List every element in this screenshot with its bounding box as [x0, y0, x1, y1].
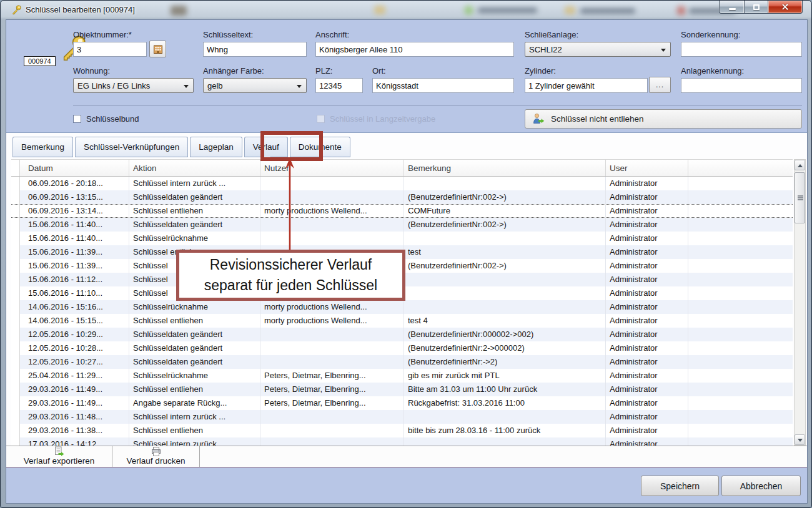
- table-row[interactable]: 14.06.2016 - 15:15...Schlüssel entliehen…: [11, 314, 793, 328]
- row-indicator: [11, 396, 20, 410]
- table-row[interactable]: 29.03.2016 - 11:48...Schlüssel intern zu…: [11, 410, 793, 424]
- cell-filler: [688, 273, 793, 286]
- plz-input[interactable]: [315, 78, 363, 93]
- cell-user: Administrator: [606, 218, 688, 232]
- row-indicator: [11, 341, 20, 355]
- anschrift-input[interactable]: [315, 42, 514, 57]
- window-controls: [719, 1, 803, 14]
- table-row[interactable]: 15.06.2016 - 11:40...SchlüsselrücknahmeA…: [11, 232, 793, 245]
- table-row[interactable]: 15.06.2016 - 11:40...Schlüsseldaten geän…: [11, 218, 793, 232]
- cell-bemerkung: [404, 300, 606, 314]
- save-button[interactable]: Speichern: [641, 476, 719, 496]
- lend-status-button[interactable]: Schlüssel nicht entliehen: [525, 109, 802, 129]
- tab-verlauf[interactable]: Verlauf: [244, 137, 288, 157]
- column-header-datum[interactable]: Datum: [20, 160, 129, 176]
- column-header-user[interactable]: User: [606, 160, 688, 176]
- cell-aktion: Schlüsseldaten geändert: [129, 190, 260, 204]
- table-row[interactable]: 14.06.2016 - 15:16...Schlüsselrücknahmem…: [11, 300, 793, 314]
- cell-datum: 12.05.2016 - 10:27...: [20, 355, 129, 369]
- annotation-line-1: Revisionssicherer Verlauf: [210, 255, 372, 275]
- cell-filler: [688, 410, 793, 424]
- cell-filler: [688, 259, 793, 273]
- cell-bemerkung: [404, 177, 606, 190]
- ellipsis-icon: ...: [656, 81, 664, 89]
- sonderkennung-input[interactable]: [681, 42, 802, 57]
- scroll-up-button[interactable]: [795, 160, 805, 170]
- table-row[interactable]: 06.09.2016 - 13:15...Schlüsseldaten geän…: [11, 190, 793, 204]
- column-header-nutzer[interactable]: Nutzer: [260, 160, 404, 176]
- table-row[interactable]: 17.03.2016 - 14:12...Schlüssel intern zu…: [11, 437, 793, 446]
- schluesselbund-label: Schlüsselbund: [86, 114, 139, 124]
- wohnung-dropdown[interactable]: EG Links / EG Links: [73, 78, 194, 93]
- cell-nutzer: Peters, Dietmar, Elbenring...: [260, 396, 404, 410]
- cell-nutzer: [260, 410, 404, 424]
- tab-lageplan[interactable]: Lageplan: [190, 137, 242, 157]
- tab-bemerkung[interactable]: Bemerkung: [12, 137, 73, 157]
- column-header-bemerkung[interactable]: Bemerkung: [404, 160, 606, 176]
- cell-datum: 12.05.2016 - 10:29...: [20, 328, 129, 341]
- table-row[interactable]: 06.09.2016 - 20:18...Schlüssel intern zu…: [11, 177, 793, 190]
- anhaenger-farbe-dropdown[interactable]: gelb: [203, 78, 307, 93]
- print-history-button[interactable]: Verlauf drucken: [112, 446, 200, 467]
- checkbox-icon: [73, 115, 81, 123]
- cell-nutzer: [260, 424, 404, 437]
- cell-bemerkung: [404, 286, 606, 300]
- window-key-icon: [11, 4, 22, 15]
- close-button[interactable]: [768, 1, 803, 14]
- cancel-button[interactable]: Abbrechen: [721, 476, 801, 496]
- vertical-scrollbar[interactable]: [794, 159, 806, 446]
- cell-user: Administrator: [606, 369, 688, 383]
- table-row[interactable]: 12.05.2016 - 10:29...Schlüsseldaten geän…: [11, 328, 793, 341]
- cell-bemerkung: COMFuture: [404, 205, 606, 217]
- tab-label: Verlauf: [253, 142, 279, 152]
- schluesselbund-checkbox[interactable]: Schlüsselbund: [73, 114, 139, 124]
- row-indicator: [11, 218, 20, 232]
- cell-bemerkung: [404, 273, 606, 286]
- cell-user: Administrator: [606, 410, 688, 424]
- sonderkennung-label: Sonderkennung:: [681, 30, 802, 40]
- cell-bemerkung: (BenutzerdefiniertNr:002->): [404, 190, 606, 204]
- table-row[interactable]: 29.03.2016 - 11:49...Angabe separate Rüc…: [11, 396, 793, 410]
- table-row[interactable]: 12.05.2016 - 10:28...Schlüsseldaten geän…: [11, 341, 793, 355]
- scrollbar-thumb[interactable]: [795, 172, 805, 223]
- cell-aktion: Schlüssel intern zurück...: [129, 437, 260, 446]
- tab-dokumente[interactable]: Dokumente: [290, 137, 350, 157]
- cell-datum: 29.03.2016 - 11:49...: [20, 383, 129, 396]
- cell-bemerkung: Rückgabefrist: 31.03.2016 11:00: [404, 396, 606, 410]
- cell-aktion: Schlüssel entliehen: [129, 424, 260, 437]
- cell-nutzer: [260, 355, 404, 369]
- cell-user: Administrator: [606, 355, 688, 369]
- column-header-aktion[interactable]: Aktion: [129, 160, 260, 176]
- cell-filler: [688, 369, 793, 383]
- row-indicator: [11, 177, 20, 190]
- cell-datum: 06.09.2016 - 13:14...: [20, 205, 129, 217]
- cell-nutzer: [260, 232, 404, 245]
- ort-input[interactable]: [372, 78, 514, 93]
- minimize-button[interactable]: [719, 1, 744, 14]
- zylinder-more-button[interactable]: ...: [649, 77, 671, 93]
- objektnummer-input[interactable]: [73, 42, 147, 57]
- anlagenkennung-input[interactable]: [681, 78, 802, 93]
- table-row[interactable]: 12.05.2016 - 10:27...Schlüsseldaten geän…: [11, 355, 793, 369]
- cell-filler: [688, 177, 793, 190]
- objektnummer-picker-button[interactable]: [149, 41, 166, 57]
- zylinder-input[interactable]: [525, 78, 648, 93]
- cell-filler: [688, 205, 793, 217]
- tab-schluessel-verknuepfungen[interactable]: Schlüssel-Verknüpfungen: [75, 137, 188, 157]
- cell-filler: [688, 190, 793, 204]
- history-grid: Datum Aktion Nutzer Bemerkung User 06.09…: [11, 159, 793, 446]
- scroll-down-button[interactable]: [795, 434, 805, 445]
- titlebar[interactable]: Schlüssel bearbeiten [000974]: [1, 1, 811, 19]
- export-history-button[interactable]: Verlauf exportieren: [6, 446, 112, 467]
- table-row[interactable]: 29.03.2016 - 11:49...Schlüssel entliehen…: [11, 383, 793, 396]
- maximize-button[interactable]: [744, 1, 768, 14]
- table-row[interactable]: 29.03.2016 - 11:38...Schlüssel entliehen…: [11, 424, 793, 437]
- table-row[interactable]: 06.09.2016 - 13:14...Schlüssel entliehen…: [11, 204, 793, 218]
- schliessanlage-field: Schließanlage: SCHLI22: [525, 30, 671, 57]
- schluesseltext-input[interactable]: [203, 42, 307, 57]
- table-row[interactable]: 25.04.2016 - 11:29...SchlüsselrücknahmeP…: [11, 369, 793, 383]
- schliessanlage-dropdown[interactable]: SCHLI22: [525, 42, 671, 57]
- cell-datum: 15.06.2016 - 11:40...: [20, 232, 129, 245]
- wohnung-value: EG Links / EG Links: [77, 81, 150, 90]
- anschrift-field: Anschrift:: [315, 30, 514, 57]
